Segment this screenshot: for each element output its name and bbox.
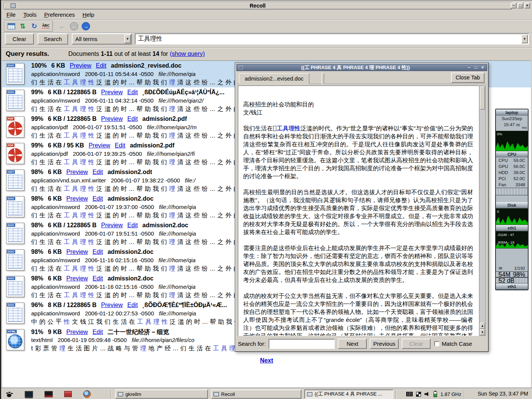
menu-file[interactable]: File [3,11,19,19]
close-icon[interactable]: × [524,3,530,8]
preview-link[interactable]: Preview [70,62,91,69]
show-query-link[interactable]: (show query) [170,51,205,57]
scroll-up-icon[interactable]: ▲ [480,323,485,329]
maximize-icon[interactable]: □ [473,65,478,70]
monitor-launcher-icon[interactable] [25,391,33,397]
window-menu-icon[interactable] [239,66,243,70]
taskbar-task-2[interactable]: Recoll [211,390,301,399]
html-file-icon[interactable]: HTML [6,329,24,350]
preview-link[interactable]: Preview [89,142,110,149]
preview-link[interactable]: Preview [66,169,88,175]
gkrellm-hostname[interactable]: laptop [496,109,528,116]
recoll-titlebar[interactable]: Recoll [3,2,512,10]
edit-link[interactable]: Edit [127,116,138,122]
menu-tools[interactable]: Tools [19,11,40,19]
taskbar-task-3[interactable]: ((工 PHRASE 4 具 PHRASE ... [304,390,393,399]
net-section-header[interactable]: eth1 [496,225,528,231]
edit-link[interactable]: Edit [115,142,125,149]
find-clear-button[interactable]: Clear [402,339,431,349]
edit-link[interactable]: Edit [92,249,103,255]
edit-link[interactable]: Edit [127,222,138,228]
checkbox-icon[interactable] [434,341,439,346]
pdf-file-icon[interactable]: PDF [6,143,24,164]
scrollbar[interactable]: ▲ ▼ [479,86,486,336]
chevron-down-icon[interactable]: ▼ [124,35,131,43]
preview-link[interactable]: Preview [66,195,88,202]
preview-document-area[interactable]: 高校招生的社会功能和目的 文/钱江 我们生活在工具理性泛滥的时代。作为“世之显学… [238,86,479,336]
battery-icon[interactable] [434,391,437,397]
preview-link[interactable]: Preview [101,89,123,95]
cpu-section-header[interactable]: CPU [496,151,528,157]
preview-tab[interactable]: admission2...evised.doc [239,73,309,84]
edit-link[interactable]: Edit [96,62,106,69]
keyboard-icon[interactable] [406,392,413,396]
find-input[interactable] [269,339,335,349]
preview-link[interactable]: Preview [66,249,88,255]
clear-button[interactable]: Clear [5,33,34,44]
results-table-icon[interactable] [7,22,16,31]
sensor-cpu: CPU59.0C [496,157,528,163]
net-footer-header[interactable]: eth1 [496,283,528,290]
minimize-icon[interactable]: – [466,65,472,70]
edit-link[interactable]: Edit [127,89,138,95]
layout-grid-icon[interactable] [416,392,421,397]
edit-link[interactable]: Edit [92,169,103,175]
spellcheck-icon[interactable]: ÂBC [41,22,50,31]
preview-link[interactable]: Preview [66,329,88,335]
match-case-option[interactable]: Match Case [434,340,472,347]
search-input[interactable] [135,34,529,44]
firefox-launcher-icon[interactable] [83,390,91,398]
nav-prev-icon[interactable]: ← [57,22,66,31]
edit-link[interactable]: Edit [92,275,103,282]
reload-icon[interactable]: ↻ [30,22,39,31]
edit-link[interactable]: Edit [127,302,138,308]
pdf-file-icon[interactable]: PDF [6,116,24,138]
edit-link[interactable]: Edit [92,329,103,335]
preview-link[interactable]: Preview [101,222,123,228]
next-page-link[interactable]: Next [260,357,273,364]
preview-link[interactable]: Preview [101,116,123,122]
package-launcher-icon[interactable] [64,391,72,397]
nav-forward-icon[interactable]: → [82,22,90,30]
menu-help[interactable]: Help [79,11,98,19]
doc-file-icon[interactable]: DOC [6,196,24,217]
paw-launcher-icon[interactable] [5,390,13,398]
close-icon[interactable]: × [480,65,485,70]
result-date: 2006-01-12 00:27:53 -0500 [85,310,154,317]
preview-link[interactable]: Preview [66,275,88,282]
preview-window-controls: – □ × [466,65,485,70]
search-button[interactable]: Search [38,33,68,44]
result-url: file:///home/qian2/ [158,97,203,104]
find-previous-button[interactable]: Previous [370,339,399,349]
edit-link[interactable]: Edit [92,195,103,202]
odt-file-icon[interactable]: ODT [6,169,24,191]
nav-back-icon[interactable]: ← [70,22,78,30]
find-next-button[interactable]: Next [338,339,367,349]
gkrellm-clock: Sun23Sep 15:47 05 mo [496,116,528,131]
doc-file-icon[interactable]: DOC [6,276,24,297]
terminal-launcher-icon[interactable] [44,391,53,397]
doc-file-icon[interactable]: DOC [6,63,24,84]
search-mode-select[interactable]: All terms ▼ [72,33,132,44]
minimize-icon[interactable]: – [511,3,516,8]
speaker-icon[interactable] [424,392,430,397]
doc-file-icon[interactable]: DOC [6,249,24,271]
scrollbar-thumb[interactable] [480,87,485,109]
maximize-icon[interactable]: □ [518,3,523,8]
preview-titlebar[interactable]: ((工 PHRASE 4 具 PHRASE 4 理 PHRASE 4 性)) –… [236,64,487,71]
scroll-down-icon[interactable]: ▼ [480,329,485,335]
mail-readout[interactable]: ✉1/192 [496,265,528,271]
preview-link[interactable]: Preview [101,302,123,308]
doc-file-icon[interactable]: DOC [6,90,24,111]
doc-file-icon[interactable]: DOC [6,302,24,324]
result-date: 2006-11-16 02:15:16 -0500 [85,257,154,263]
sort-icon[interactable]: ⇅ [18,22,27,31]
result-date: 2006-01-07 19:38:22 -0500 [111,177,180,184]
doc-file-icon[interactable]: DOC [6,223,24,244]
menu-preferences[interactable]: Preferences [40,11,79,19]
taskbar-task-1[interactable]: gkrellm [115,390,208,399]
disk-section-header[interactable]: Disk [496,202,528,208]
window-menu-icon[interactable] [11,3,16,8]
close-tab-button[interactable]: Close Tab [451,73,484,83]
chevron-down-icon[interactable]: ▼ [521,35,528,43]
